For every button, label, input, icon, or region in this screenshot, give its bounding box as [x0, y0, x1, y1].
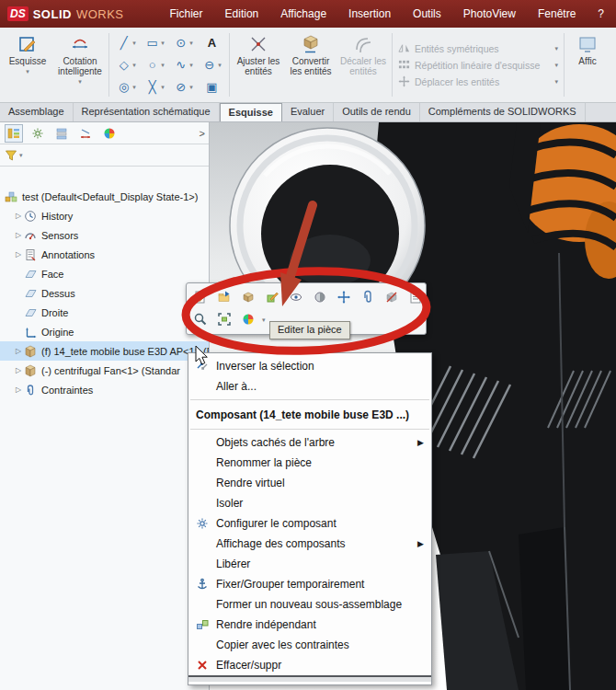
edit-part-button[interactable] — [190, 287, 211, 307]
circle-tool-button[interactable]: ⊙▾ — [169, 32, 198, 54]
menu-item-configurer-le-composant[interactable]: Configurer le composant — [188, 513, 431, 534]
tree-item-contraintes[interactable]: ▷ Contraintes — [0, 380, 209, 399]
trim-corner-tool-button[interactable]: ╳▾ — [141, 76, 169, 98]
line-tool-button[interactable]: ╱▾ — [112, 32, 141, 54]
edit-part-icon — [193, 290, 208, 305]
tree-item-component-tete-mobile[interactable]: ▷ (f) 14_tete mobile buse E3D AP<1> (Dé — [0, 341, 209, 361]
smart-dimension-button[interactable]: Cotation intelligente ▾ — [54, 30, 106, 99]
menu-fichier[interactable]: Fichier — [159, 0, 214, 28]
menu-item-renommer-la-piece[interactable]: Renommer la pièce — [188, 453, 431, 473]
tree-item-plane-dessus[interactable]: Dessus — [0, 283, 209, 303]
zoom-selection-button[interactable] — [190, 309, 211, 329]
menu-item-isoler[interactable]: Isoler — [188, 493, 431, 513]
suppress-button[interactable] — [382, 287, 402, 307]
logo-works-text: WORKS — [76, 7, 124, 21]
tab-outils-de-rendu[interactable]: Outils de rendu — [334, 103, 420, 121]
expand-arrow-icon[interactable]: ▷ — [13, 212, 24, 220]
menu-item-aller-a[interactable]: Aller à... — [188, 376, 431, 397]
slot-tool-button[interactable]: ◎▾ — [112, 76, 141, 98]
tree-item-plane-face[interactable]: Face — [0, 264, 209, 283]
menu-item-liberer[interactable]: Libérer — [188, 554, 431, 574]
menu-item-affichage-des-composants[interactable]: Affichage des composants ▶ — [188, 534, 431, 554]
menu-item-rendre-virtuel[interactable]: Rendre virtuel — [188, 473, 431, 493]
convert-entities-button[interactable]: Convertir les entités — [285, 30, 337, 99]
invert-selection-icon — [194, 359, 211, 374]
rectangle-tool-button[interactable]: ▭▾ — [141, 32, 169, 54]
menu-item-rendre-independant[interactable]: Rendre indépendant — [188, 615, 431, 635]
sketch-button[interactable]: Esquisse ▾ — [2, 30, 53, 99]
tree-item-component-centrifugal-fan[interactable]: ▷ (-) centrifugal Fan<1> (Standar — [0, 361, 209, 380]
expand-arrow-icon[interactable]: ▷ — [13, 366, 24, 374]
move-component-button[interactable] — [334, 287, 354, 307]
filter-dropdown-arrow-icon[interactable]: ▾ — [19, 152, 23, 158]
menu-item-former-sous-assemblage[interactable]: Former un nouveau sous-assemblage — [188, 594, 431, 615]
tree-item-assembly-root[interactable]: test (Default<Default_Display State-1>) — [0, 187, 209, 206]
menu-item-label: Rendre virtuel — [216, 477, 285, 489]
dropdown-arrow-icon[interactable]: ▾ — [26, 68, 29, 75]
component-properties-button[interactable] — [405, 287, 426, 307]
menu-item-copier-avec-les-contraintes[interactable]: Copier avec les contraintes — [188, 635, 431, 655]
tooltip-editer-la-piece: Editer la pièce — [269, 321, 350, 339]
ellipse-tool-button[interactable]: ⊖▾ — [198, 54, 226, 76]
tab-representation-schematique[interactable]: Représentation schématique — [74, 103, 220, 121]
arc-tool-button[interactable]: ○▾ — [141, 54, 169, 76]
context-toolbar-row-1 — [190, 286, 422, 308]
menu-item-fixer-grouper-temporairement[interactable]: Fixer/Grouper temporairement — [188, 574, 431, 594]
appearances-button[interactable] — [238, 309, 258, 329]
dropdown-arrow-icon[interactable]: ▾ — [78, 78, 82, 85]
hide-component-button[interactable] — [286, 287, 306, 307]
open-part-button[interactable] — [214, 287, 234, 307]
panel-expand-chevron[interactable]: > — [200, 128, 205, 139]
move-entities-icon — [398, 75, 410, 87]
tab-esquisse[interactable]: Esquisse — [220, 103, 282, 121]
tree-item-plane-droite[interactable]: Droite — [0, 303, 209, 322]
tab-complements-solidworks[interactable]: Compléments de SOLIDWORKS — [420, 103, 586, 121]
text-tool-button[interactable]: A — [198, 32, 226, 54]
menu-fenetre[interactable]: Fenêtre — [527, 0, 587, 28]
expand-arrow-icon[interactable]: ▷ — [13, 250, 24, 259]
expand-arrow-icon[interactable]: ▷ — [13, 347, 24, 355]
menu-item-partial — [188, 675, 431, 682]
configurationmanager-tab[interactable] — [53, 125, 70, 142]
menu-insertion[interactable]: Insertion — [337, 0, 402, 28]
tree-item-history[interactable]: ▷ History — [0, 206, 209, 225]
menu-item-effacer-suppr[interactable]: Effacer/suppr — [188, 655, 431, 675]
ribbon: Esquisse ▾ Cotation intelligente ▾ ╱▾ ▭▾… — [0, 28, 616, 103]
menu-affichage[interactable]: Affichage — [269, 0, 337, 28]
menu-help[interactable]: ? — [587, 0, 615, 28]
menu-photoview[interactable]: PhotoView 360 — [452, 0, 527, 28]
construction-tool-button[interactable]: ⊘▾ — [169, 76, 198, 98]
display-settings-button[interactable]: Affic — [567, 30, 608, 99]
polygon-tool-button[interactable]: ◇▾ — [112, 54, 141, 76]
component-properties-icon — [408, 290, 423, 305]
tree-item-origine[interactable]: Origine — [0, 322, 209, 341]
tab-assemblage[interactable]: Assemblage — [0, 103, 74, 121]
dimxpert-tab[interactable] — [77, 125, 94, 142]
menu-item-inverser-la-selection[interactable]: Inverser la sélection — [188, 356, 431, 376]
displaymanager-tab[interactable] — [101, 125, 118, 142]
tree-filter-row[interactable]: ▾ — [0, 144, 209, 167]
isolate-button[interactable] — [238, 287, 258, 307]
tree-item-label: History — [41, 211, 73, 222]
menu-edition[interactable]: Edition — [214, 0, 270, 28]
tab-evaluer[interactable]: Evaluer — [282, 103, 334, 121]
expand-arrow-icon[interactable]: ▷ — [13, 231, 24, 239]
trim-entities-button[interactable]: Ajuster les entités — [233, 30, 284, 99]
solidworks-logo: DS SOLIDWORKS — [0, 6, 131, 21]
tree-item-sensors[interactable]: ▷ Sensors — [0, 225, 209, 245]
menu-item-objets-caches[interactable]: Objets cachés de l'arbre ▶ — [188, 432, 431, 453]
featuremanager-tab[interactable] — [6, 125, 22, 142]
edit-part-in-context-button[interactable] — [262, 287, 282, 307]
appearances-dropdown-arrow-icon[interactable]: ▾ — [262, 316, 266, 323]
propertymanager-tab[interactable] — [29, 125, 46, 142]
mate-icon — [360, 290, 375, 305]
menu-outils[interactable]: Outils — [402, 0, 452, 28]
open-part-icon — [217, 290, 232, 305]
expand-arrow-icon[interactable]: ▷ — [13, 385, 24, 394]
tree-item-annotations[interactable]: ▷ Annotations — [0, 245, 209, 264]
mate-button[interactable] — [358, 287, 378, 307]
transparency-button[interactable] — [310, 287, 330, 307]
zoom-fit-button[interactable] — [214, 309, 234, 329]
spline-tool-button[interactable]: ∿▾ — [169, 54, 198, 76]
point-tool-button[interactable]: ▣ — [198, 76, 226, 98]
